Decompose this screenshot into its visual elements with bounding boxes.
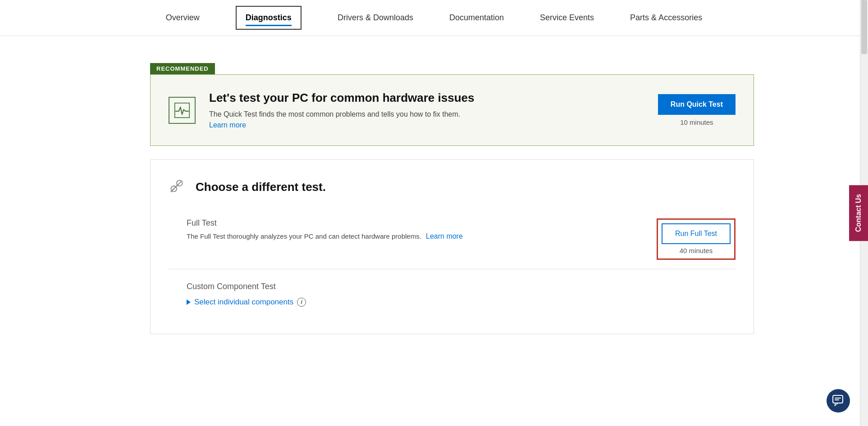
- nav-overview-label[interactable]: Overview: [166, 9, 200, 26]
- recommended-learn-more-link[interactable]: Learn more: [209, 121, 246, 129]
- recommended-card-action: Run Quick Test 10 minutes: [658, 94, 736, 126]
- full-test-desc: The Full Test thoroughly analyzes your P…: [187, 232, 639, 240]
- svg-rect-0: [175, 103, 189, 117]
- heartbeat-icon: [169, 97, 196, 124]
- recommended-card: Let's test your PC for common hardware i…: [150, 74, 754, 146]
- full-test-info: Full Test The Full Test thoroughly analy…: [187, 218, 639, 240]
- chat-icon: [832, 394, 845, 407]
- nav-drivers-downloads[interactable]: Drivers & Downloads: [338, 9, 413, 26]
- nav-diagnostics[interactable]: Diagnostics: [236, 6, 302, 30]
- run-full-test-button[interactable]: Run Full Test: [662, 223, 731, 244]
- nav-service-events-label[interactable]: Service Events: [540, 9, 594, 26]
- nav-diagnostics-label[interactable]: Diagnostics: [246, 9, 292, 26]
- recommended-section: RECOMMENDED Let's test your PC for commo…: [150, 63, 754, 146]
- nav-drivers-downloads-label[interactable]: Drivers & Downloads: [338, 9, 413, 26]
- info-circle-icon[interactable]: i: [297, 298, 306, 307]
- full-test-row: Full Test The Full Test thoroughly analy…: [169, 209, 736, 269]
- choose-test-section: Choose a different test. Full Test The F…: [150, 159, 754, 334]
- heartbeat-svg: [174, 102, 190, 118]
- recommended-badge: RECOMMENDED: [150, 63, 215, 74]
- select-components-link[interactable]: Select individual components i: [187, 298, 736, 307]
- nav-documentation[interactable]: Documentation: [449, 9, 504, 26]
- top-nav: Overview Diagnostics Drivers & Downloads…: [0, 0, 868, 36]
- full-test-name: Full Test: [187, 218, 639, 228]
- select-components-label: Select individual components: [194, 298, 293, 307]
- custom-test-name: Custom Component Test: [187, 282, 736, 291]
- scrollbar-thumb[interactable]: [861, 0, 867, 54]
- recommended-card-content: Let's test your PC for common hardware i…: [209, 91, 644, 129]
- nav-service-events[interactable]: Service Events: [540, 9, 594, 26]
- chevron-right-icon: [187, 299, 191, 305]
- full-test-time: 40 minutes: [680, 247, 713, 254]
- chat-button[interactable]: [827, 389, 850, 412]
- svg-rect-6: [833, 395, 843, 403]
- contact-us-sidebar[interactable]: Contact Us: [849, 185, 868, 241]
- main-content: RECOMMENDED Let's test your PC for commo…: [96, 36, 772, 361]
- recommended-card-title: Let's test your PC for common hardware i…: [209, 91, 644, 105]
- custom-component-row: Custom Component Test Select individual …: [169, 269, 736, 316]
- nav-parts-accessories[interactable]: Parts & Accessories: [630, 9, 702, 26]
- choose-test-title: Choose a different test.: [196, 180, 326, 194]
- full-test-action: Run Full Test 40 minutes: [657, 218, 736, 260]
- full-test-learn-more-link[interactable]: Learn more: [426, 232, 463, 240]
- recommended-card-desc: The Quick Test finds the most common pro…: [209, 110, 644, 118]
- run-full-test-highlight: Run Full Test 40 minutes: [657, 218, 736, 260]
- nav-documentation-label[interactable]: Documentation: [449, 9, 504, 26]
- nav-parts-accessories-label[interactable]: Parts & Accessories: [630, 9, 702, 26]
- run-quick-test-button[interactable]: Run Quick Test: [658, 94, 736, 115]
- nav-overview[interactable]: Overview: [166, 9, 200, 26]
- wrench-icon: [169, 178, 185, 196]
- wrench-svg: [169, 178, 185, 194]
- quick-test-time: 10 minutes: [680, 118, 713, 126]
- full-test-description-text: The Full Test thoroughly analyzes your P…: [187, 232, 421, 240]
- choose-header: Choose a different test.: [169, 178, 736, 196]
